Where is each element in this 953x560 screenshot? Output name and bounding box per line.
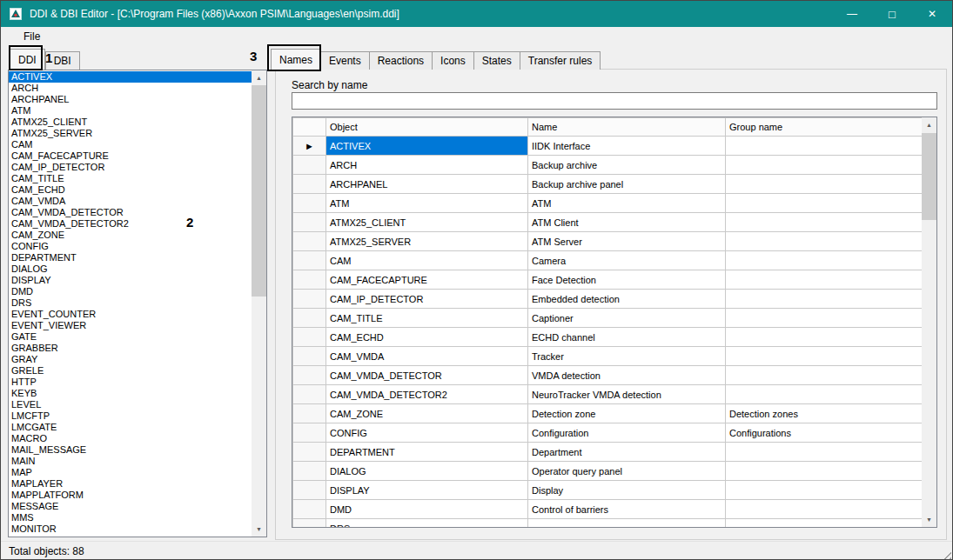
cell-group[interactable] (726, 328, 923, 347)
list-item[interactable]: DRS (9, 297, 252, 309)
list-item[interactable]: CAM_VMDA_DETECTOR2 (9, 218, 252, 230)
grid-scrollbar[interactable]: ▲ ▼ (922, 117, 936, 527)
cell-group[interactable] (726, 500, 923, 519)
cell-object[interactable]: CAM_IP_DETECTOR (326, 290, 528, 309)
cell-group[interactable] (726, 366, 923, 385)
resize-grip-icon[interactable] (940, 549, 951, 560)
table-row[interactable]: DISPLAY Display (293, 481, 923, 500)
row-selector-cell[interactable] (293, 251, 326, 270)
row-selector-cell[interactable] (293, 328, 326, 347)
row-selector-cell[interactable] (293, 443, 326, 462)
list-scrollbar[interactable]: ▲ ▼ (252, 70, 266, 537)
column-header-object[interactable]: Object (326, 118, 528, 137)
cell-name[interactable]: Detection zone (528, 404, 726, 423)
list-item[interactable]: LEVEL (9, 399, 252, 410)
cell-group[interactable] (726, 137, 923, 156)
cell-group[interactable] (726, 443, 923, 462)
cell-group[interactable] (726, 290, 923, 309)
cell-name[interactable]: ATM (528, 194, 726, 213)
tab-icons[interactable]: Icons (432, 51, 474, 70)
row-selector-cell[interactable] (293, 347, 326, 366)
cell-object[interactable]: CAM_ZONE (326, 404, 528, 423)
list-item[interactable]: DISPLAY (9, 275, 252, 286)
list-item[interactable]: ARCH (9, 83, 252, 94)
table-row[interactable]: CAM_VMDA Tracker (293, 347, 923, 366)
cell-object[interactable]: CAM (326, 251, 528, 270)
close-icon[interactable]: ✕ (912, 1, 952, 27)
list-item[interactable]: GRABBER (9, 343, 252, 354)
cell-object[interactable]: ATMX25_SERVER (326, 232, 528, 251)
cell-object[interactable]: CONFIG (326, 423, 528, 443)
list-item[interactable]: MAIL_MESSAGE (9, 444, 252, 456)
row-selector-cell[interactable]: ► (293, 137, 326, 156)
cell-object[interactable]: CAM_ECHD (326, 328, 528, 347)
table-row[interactable]: ARCHPANEL Backup archive panel (293, 175, 923, 194)
cell-name[interactable]: Captioner (528, 309, 726, 328)
cell-object[interactable]: CAM_VMDA_DETECTOR2 (326, 385, 528, 404)
list-item[interactable]: EVENT_COUNTER (9, 309, 252, 320)
row-selector-cell[interactable] (293, 462, 326, 481)
maximize-icon[interactable]: □ (872, 1, 912, 27)
cell-name[interactable]: Backup archive panel (528, 175, 726, 194)
list-item[interactable]: ARCHPANEL (9, 94, 252, 105)
cell-group[interactable] (726, 481, 923, 500)
cell-object[interactable]: ATM (326, 194, 528, 213)
list-item[interactable]: GRELE (9, 365, 252, 377)
row-selector-cell[interactable] (293, 194, 326, 213)
list-item[interactable]: ATM (9, 105, 252, 117)
table-row[interactable]: CAM Camera (293, 251, 923, 270)
scroll-down-icon[interactable]: ▼ (922, 512, 936, 527)
minimize-icon[interactable]: — (832, 1, 872, 27)
menu-file[interactable]: File (17, 27, 47, 45)
table-row[interactable]: DMD Control of barriers (293, 500, 923, 519)
row-selector-cell[interactable] (293, 232, 326, 251)
cell-group[interactable] (726, 462, 923, 481)
cell-group[interactable]: Configurations (726, 423, 923, 443)
cell-object[interactable]: CAM_VMDA (326, 347, 528, 366)
list-item[interactable]: CONFIG (9, 241, 252, 252)
cell-object[interactable]: DMD (326, 500, 528, 519)
cell-name[interactable]: Department (528, 443, 726, 462)
scroll-down-icon[interactable]: ▼ (252, 522, 266, 537)
cell-object[interactable]: DIALOG (326, 462, 528, 481)
list-item[interactable]: MESSAGE (9, 501, 252, 512)
cell-object[interactable]: DEPARTMENT (326, 443, 528, 462)
table-row[interactable]: CAM_ECHD ECHD channel (293, 328, 923, 347)
cell-name[interactable]: ATM Server (528, 232, 726, 251)
list-item[interactable]: ATMX25_CLIENT (9, 117, 252, 128)
table-row[interactable]: CAM_FACECAPTURE Face Detection (293, 270, 923, 290)
scroll-up-icon[interactable]: ▲ (252, 70, 266, 85)
cell-group[interactable] (726, 519, 923, 529)
cell-object[interactable]: CAM_FACECAPTURE (326, 270, 528, 290)
cell-object[interactable]: DISPLAY (326, 481, 528, 500)
table-row[interactable]: DEPARTMENT Department (293, 443, 923, 462)
cell-group[interactable] (726, 309, 923, 328)
cell-name[interactable]: Embedded detection (528, 290, 726, 309)
row-selector-cell[interactable] (293, 290, 326, 309)
row-selector-cell[interactable] (293, 481, 326, 500)
list-item[interactable]: MMS (9, 512, 252, 523)
row-selector-cell[interactable] (293, 156, 326, 175)
row-selector-cell[interactable] (293, 404, 326, 423)
cell-name[interactable]: ECHD channel (528, 328, 726, 347)
cell-group[interactable] (726, 385, 923, 404)
row-selector-cell[interactable] (293, 366, 326, 385)
list-item[interactable]: MAPPLATFORM (9, 490, 252, 501)
cell-name[interactable]: NeuroTracker VMDA detection (528, 385, 726, 404)
list-item[interactable]: CAM (9, 139, 252, 150)
list-item[interactable]: CAM_VMDA_DETECTOR (9, 207, 252, 218)
list-item[interactable]: CAM_ZONE (9, 230, 252, 241)
row-selector-cell[interactable] (293, 309, 326, 328)
table-row[interactable]: ATMX25_SERVER ATM Server (293, 232, 923, 251)
tab-states[interactable]: States (473, 51, 520, 70)
cell-group[interactable]: Detection zones (726, 404, 923, 423)
row-selector-cell[interactable] (293, 423, 326, 443)
list-item[interactable]: DEPARTMENT (9, 252, 252, 263)
table-row[interactable]: CAM_ZONE Detection zone Detection zones (293, 404, 923, 423)
cell-object[interactable]: ARCH (326, 156, 528, 175)
list-item[interactable]: CAM_TITLE (9, 173, 252, 184)
scrollbar-thumb[interactable] (922, 133, 936, 220)
table-row[interactable]: ATM ATM (293, 194, 923, 213)
row-selector-cell[interactable] (293, 270, 326, 290)
column-header-name[interactable]: Name (528, 118, 726, 137)
